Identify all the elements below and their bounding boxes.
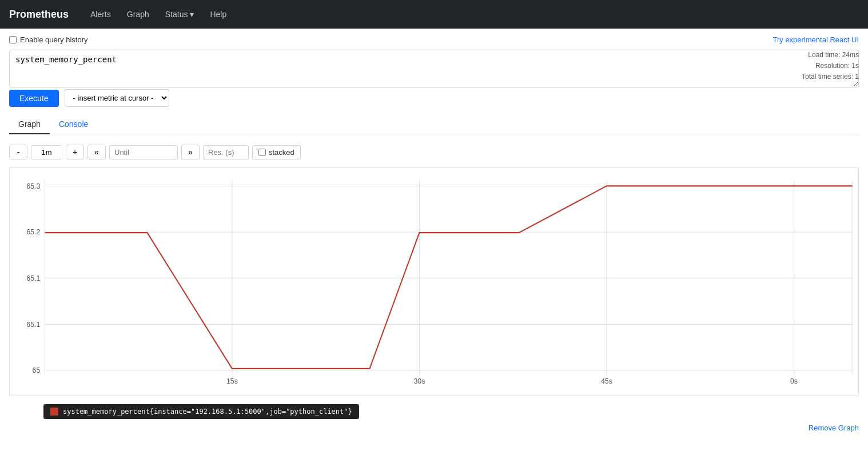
remove-graph-link[interactable]: Remove Graph [809, 424, 859, 432]
svg-text:65.1: 65.1 [26, 274, 40, 282]
query-input[interactable] [9, 50, 859, 87]
svg-text:65.3: 65.3 [26, 182, 40, 190]
prev-time-button[interactable]: « [87, 145, 106, 159]
nav-graph[interactable]: Graph [119, 5, 157, 23]
bottom-bar: Remove Graph [9, 419, 859, 437]
until-input[interactable] [109, 145, 178, 159]
legend-label: system_memory_percent{instance="192.168.… [63, 408, 352, 416]
svg-text:45s: 45s [601, 377, 612, 385]
stacked-checkbox[interactable] [258, 149, 266, 156]
enable-history-checkbox[interactable] [9, 36, 17, 43]
graph-area: 65.3 65.2 65.1 65.1 65 15s 30s 45s 0s [9, 167, 859, 396]
execute-row: Execute - insert metric at cursor - [9, 89, 859, 107]
legend: system_memory_percent{instance="192.168.… [43, 404, 359, 419]
legend-swatch-icon [50, 408, 58, 416]
dropdown-icon: ▾ [190, 10, 194, 19]
nav-status[interactable]: Status ▾ [157, 5, 202, 23]
nav-alerts[interactable]: Alerts [82, 5, 119, 23]
tabs-bar: Graph Console [9, 115, 859, 134]
svg-text:0s: 0s [790, 377, 798, 385]
resolution-stat: Resolution: 1s [802, 61, 859, 71]
top-bar: Enable query history Try experimental Re… [9, 35, 859, 44]
nav-help[interactable]: Help [202, 5, 234, 23]
insert-metric-select[interactable]: - insert metric at cursor - [65, 89, 169, 107]
load-time-stat: Load time: 24ms [802, 50, 859, 61]
execute-button[interactable]: Execute [9, 90, 59, 107]
total-series-stat: Total time series: 1 [802, 71, 859, 82]
svg-text:65.2: 65.2 [26, 228, 40, 236]
graph-controls: - + « » stacked [9, 142, 859, 162]
stacked-label[interactable]: stacked [252, 145, 301, 159]
main-content: Enable query history Try experimental Re… [0, 29, 868, 444]
svg-rect-20 [50, 408, 58, 416]
stats-box: Load time: 24ms Resolution: 1s Total tim… [802, 50, 859, 83]
navbar: Prometheus Alerts Graph Status ▾ Help [0, 0, 868, 29]
try-react-link[interactable]: Try experimental React UI [773, 35, 859, 44]
svg-text:65: 65 [33, 366, 41, 374]
tab-graph[interactable]: Graph [9, 115, 50, 134]
next-time-button[interactable]: » [181, 145, 200, 159]
duration-input[interactable] [31, 145, 62, 159]
res-input[interactable] [203, 145, 249, 159]
brand[interactable]: Prometheus [9, 9, 69, 21]
enable-history-label[interactable]: Enable query history [9, 35, 88, 44]
zoom-in-button[interactable]: + [66, 145, 84, 159]
graph-svg: 65.3 65.2 65.1 65.1 65 15s 30s 45s 0s [10, 168, 858, 396]
svg-text:30s: 30s [414, 377, 425, 385]
svg-text:65.1: 65.1 [26, 320, 40, 328]
svg-text:15s: 15s [226, 377, 238, 385]
query-wrapper: Load time: 24ms Resolution: 1s Total tim… [9, 50, 859, 89]
zoom-out-button[interactable]: - [9, 145, 27, 159]
tab-console[interactable]: Console [50, 115, 97, 134]
